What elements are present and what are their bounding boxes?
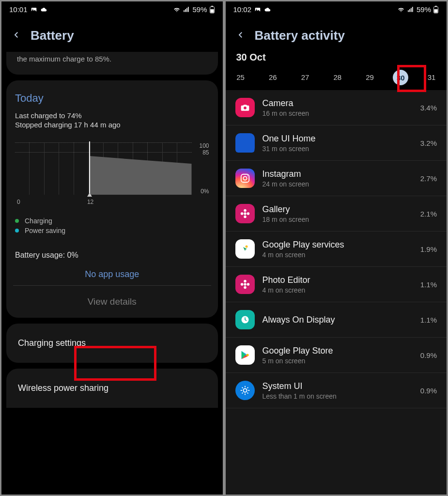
app-row[interactable]: Instagram24 m on screen2.7% (226, 161, 447, 196)
app-name-label: Gallery (263, 204, 413, 215)
app-row[interactable]: Google Play Store5 m on screen0.9% (226, 338, 447, 373)
day-tab[interactable]: 31 (422, 70, 441, 84)
day-tab[interactable]: 26 (263, 70, 282, 84)
status-battery-pct: 59% (192, 5, 207, 14)
app-row[interactable]: Camera16 m on screen3.4% (226, 90, 447, 125)
app-row[interactable]: Gallery18 m on screen2.1% (226, 196, 447, 232)
gallery-icon (235, 204, 255, 223)
svg-rect-5 (188, 7, 189, 12)
svg-rect-2 (184, 10, 185, 12)
battery-icon (433, 6, 439, 14)
battery-chart[interactable]: 100 85 0% 0 12 (15, 142, 209, 205)
day-tab[interactable]: 27 (296, 70, 314, 84)
page-title: Battery (31, 28, 74, 43)
app-sub-label: 24 m on screen (263, 180, 413, 188)
battery-screen: 10:01 59% Battery the max (0, 0, 224, 496)
day-tab[interactable]: 29 (361, 70, 379, 84)
day-tabs: 25262728293031 (226, 67, 447, 90)
svg-rect-16 (435, 6, 437, 7)
app-sub-label: 4 m on screen (263, 251, 413, 259)
svg-rect-14 (412, 7, 413, 12)
app-name-label: Google Play Store (263, 346, 413, 356)
charging-settings-row[interactable]: Charging settings (6, 324, 218, 363)
svg-point-25 (244, 283, 247, 286)
app-row[interactable]: System UILess than 1 m on screen0.9% (226, 373, 447, 408)
wireless-power-sharing-row[interactable]: Wireless power sharing (6, 369, 218, 408)
back-icon[interactable] (236, 29, 245, 43)
app-sub-label: 5 m on screen (263, 357, 413, 365)
legend-dot-powersaving (15, 229, 19, 232)
wireless-sharing-label: Wireless power sharing (15, 376, 209, 400)
battery-activity-screen: 10:02 59% Battery activity 30 (224, 0, 448, 496)
legend-dot-charging (15, 219, 19, 223)
legend-powersaving-label: Power saving (25, 227, 65, 234)
last-charged-text: Last charged to 74% (15, 111, 209, 120)
chart-y-0: 0% (201, 188, 209, 195)
svg-rect-19 (241, 174, 249, 183)
app-usage-list: Camera16 m on screen3.4%One UI Home31 m … (226, 90, 447, 495)
cloud-icon (40, 6, 48, 13)
chart-x-0: 0 (17, 199, 20, 205)
app-row[interactable]: Photo Editor4 m on screen1.1% (226, 267, 447, 302)
svg-rect-11 (408, 10, 409, 12)
status-time: 10:01 (9, 5, 28, 14)
back-icon[interactable] (12, 29, 21, 43)
chart-y-100: 100 (199, 142, 209, 149)
status-battery-pct: 59% (417, 5, 431, 14)
charging-settings-label: Charging settings (15, 331, 209, 355)
svg-rect-12 (409, 9, 410, 12)
app-name-label: Photo Editor (263, 275, 413, 285)
svg-rect-3 (185, 9, 186, 12)
app-percent-label: 1.1% (420, 280, 437, 289)
page-title: Battery activity (255, 28, 345, 43)
date-header: 30 Oct (226, 52, 447, 67)
status-bar: 10:02 59% (226, 1, 447, 16)
app-sub-label: Less than 1 m on screen (263, 392, 413, 400)
day-tab[interactable]: 25 (232, 70, 250, 84)
stopped-charging-text: Stopped charging 17 h 44 m ago (15, 121, 209, 129)
svg-point-18 (244, 107, 247, 109)
app-percent-label: 0.9% (420, 351, 437, 359)
svg-point-1 (32, 8, 33, 9)
svg-rect-4 (186, 8, 187, 12)
battery-icon (209, 6, 215, 14)
image-icon (31, 6, 37, 13)
app-name-label: Instagram (263, 169, 413, 179)
photo-icon (235, 275, 255, 294)
svg-rect-13 (411, 8, 412, 12)
legend-charging-label: Charging (25, 217, 52, 225)
protect-battery-card-tail: the maximum charge to 85%. (6, 52, 218, 75)
app-row[interactable]: Always On Display1.1% (226, 302, 447, 338)
svg-rect-17 (434, 9, 437, 13)
status-bar: 10:01 59% (1, 1, 223, 16)
gps-icon (235, 239, 255, 259)
svg-point-10 (256, 8, 257, 9)
app-percent-label: 1.1% (420, 316, 437, 324)
chart-y-85: 85 (202, 149, 209, 156)
no-app-usage-link[interactable]: No app usage (15, 269, 209, 279)
app-row[interactable]: One UI Home31 m on screen3.2% (226, 125, 447, 161)
today-heading: Today (15, 92, 209, 105)
status-time: 10:02 (233, 5, 252, 14)
view-details-button[interactable]: View details (88, 296, 137, 307)
app-name-label: System UI (263, 381, 413, 391)
image-icon (254, 6, 261, 13)
app-name-label: Google Play services (263, 240, 413, 250)
app-row[interactable]: Google Play services4 m on screen1.9% (226, 232, 447, 267)
cloud-icon (264, 6, 272, 13)
wifi-icon (397, 6, 405, 13)
svg-point-20 (243, 176, 247, 180)
app-percent-label: 0.9% (420, 387, 437, 395)
sysui-icon (235, 381, 255, 400)
battery-usage-text: Battery usage: 0% (15, 251, 209, 260)
today-card: Today Last charged to 74% Stopped chargi… (6, 80, 218, 318)
app-sub-label: 18 m on screen (263, 216, 413, 223)
app-percent-label: 3.2% (420, 139, 437, 147)
svg-point-22 (244, 212, 247, 215)
svg-point-21 (247, 175, 248, 176)
app-percent-label: 1.9% (420, 245, 437, 253)
app-name-label: One UI Home (263, 134, 413, 144)
day-tab[interactable]: 28 (328, 70, 347, 84)
day-tab-selected[interactable]: 30 (393, 70, 408, 85)
app-percent-label: 2.7% (420, 174, 437, 183)
